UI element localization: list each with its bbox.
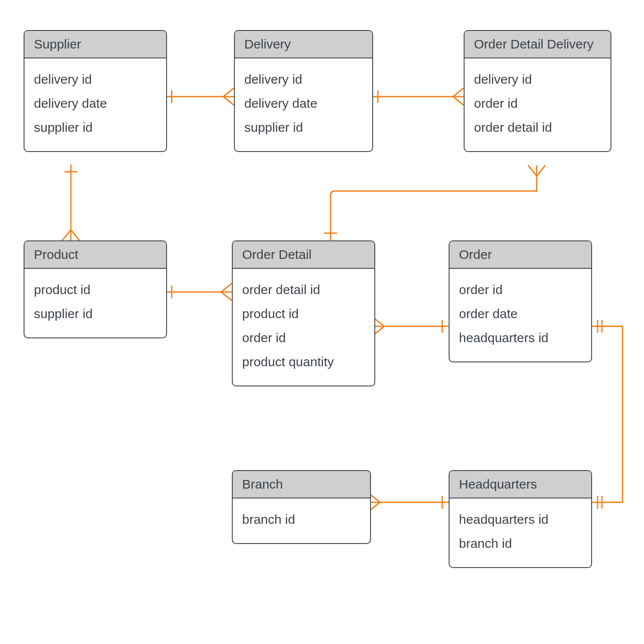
entity-attr: order detail id xyxy=(474,120,601,135)
svg-line-11 xyxy=(71,230,79,240)
svg-line-6 xyxy=(453,88,464,97)
entity-attrs: delivery id delivery date supplier id xyxy=(235,58,372,151)
entity-attr: order detail id xyxy=(242,283,365,297)
entity-title: Delivery xyxy=(235,31,372,58)
entity-attrs: order id order date headquarters id xyxy=(450,269,591,361)
entity-attrs: delivery id delivery date supplier id xyxy=(24,58,166,151)
entity-attr: product id xyxy=(242,307,365,321)
entity-attr: delivery date xyxy=(34,96,157,111)
entity-title: Branch xyxy=(233,471,370,498)
entity-attr: branch id xyxy=(459,536,582,551)
entity-title: Product xyxy=(24,241,166,269)
entity-title: Headquarters xyxy=(450,471,591,498)
entity-delivery[interactable]: Delivery delivery id delivery date suppl… xyxy=(234,30,373,152)
entity-attr: delivery id xyxy=(34,72,157,87)
entity-attr: branch id xyxy=(242,512,361,527)
entity-attr: supplier id xyxy=(34,120,157,135)
entity-attr: delivery id xyxy=(244,72,363,87)
svg-line-7 xyxy=(453,97,464,105)
entity-attr: supplier id xyxy=(244,120,363,135)
entity-attrs: order detail id product id order id prod… xyxy=(233,269,374,386)
entity-title: Order Detail xyxy=(233,241,374,269)
entity-attrs: headquarters id branch id xyxy=(450,498,591,567)
svg-line-21 xyxy=(528,165,537,176)
entity-attr: order date xyxy=(459,307,582,321)
rel-orderdetail-odd xyxy=(324,165,545,240)
rel-orderdetail-order xyxy=(374,318,449,335)
entity-attr: order id xyxy=(474,96,601,111)
entity-attr: product quantity xyxy=(242,355,365,369)
entity-attr: order id xyxy=(459,283,582,297)
entity-attrs: branch id xyxy=(233,498,370,543)
rel-supplier-product xyxy=(62,164,79,240)
entity-order-detail-delivery[interactable]: Order Detail Delivery delivery id order … xyxy=(464,30,611,152)
entity-branch[interactable]: Branch branch id xyxy=(232,470,371,544)
svg-line-14 xyxy=(221,283,232,292)
entity-product[interactable]: Product product id supplier id xyxy=(24,240,167,338)
rel-delivery-odd xyxy=(371,88,464,105)
svg-line-10 xyxy=(62,230,71,240)
entity-attr: headquarters id xyxy=(459,331,582,345)
svg-line-3 xyxy=(223,97,234,105)
svg-line-22 xyxy=(537,165,545,176)
er-diagram-canvas: Supplier delivery id delivery date suppl… xyxy=(0,0,644,644)
rel-branch-hq xyxy=(369,494,449,511)
rel-product-orderdetail xyxy=(165,283,232,301)
entity-title: Order Detail Delivery xyxy=(465,31,611,58)
svg-line-15 xyxy=(221,292,232,301)
rel-supplier-delivery xyxy=(165,88,234,105)
entity-attr: product id xyxy=(34,283,157,297)
entity-attrs: delivery id order id order detail id xyxy=(465,58,611,151)
entity-attr: delivery id xyxy=(474,72,601,87)
entity-supplier[interactable]: Supplier delivery id delivery date suppl… xyxy=(24,30,167,152)
entity-attr: headquarters id xyxy=(459,512,582,527)
entity-title: Supplier xyxy=(24,31,166,58)
svg-line-2 xyxy=(223,88,234,97)
rel-order-hq xyxy=(590,320,623,509)
entity-attrs: product id supplier id xyxy=(24,269,166,337)
entity-attr: supplier id xyxy=(34,307,157,321)
entity-attr: delivery date xyxy=(244,96,363,111)
entity-headquarters[interactable]: Headquarters headquarters id branch id xyxy=(449,470,592,568)
entity-attr: order id xyxy=(242,331,365,345)
entity-title: Order xyxy=(450,241,591,269)
entity-order-detail[interactable]: Order Detail order detail id product id … xyxy=(232,240,375,386)
entity-order[interactable]: Order order id order date headquarters i… xyxy=(449,240,592,362)
